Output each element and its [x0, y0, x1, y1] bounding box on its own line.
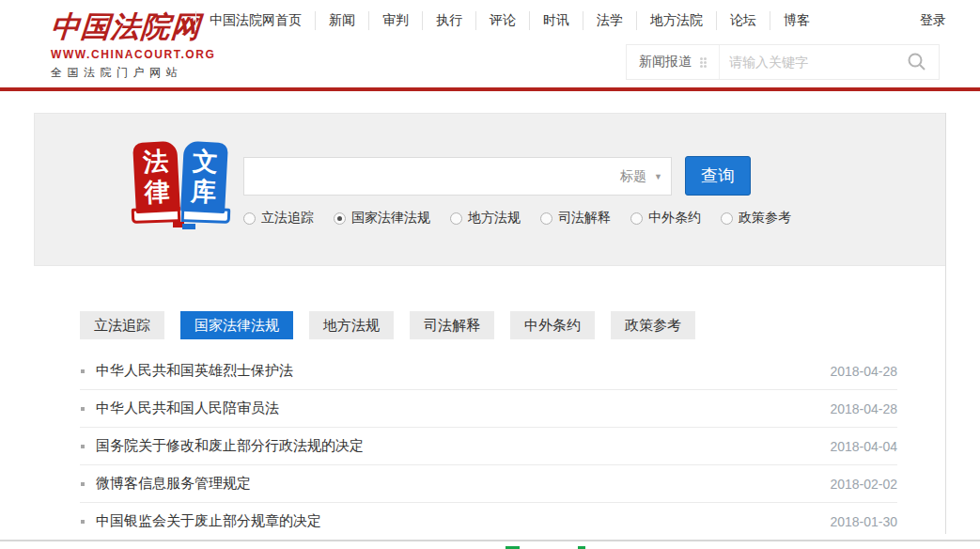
radio-circle [540, 212, 552, 225]
search-category-selector[interactable]: 新闻报道 [627, 45, 720, 79]
tab-national-laws[interactable]: 国家法律法规 [180, 311, 293, 339]
nav-item-commentary[interactable]: 评论 [475, 11, 529, 30]
header-search-button[interactable] [895, 45, 939, 79]
field-type-selector[interactable]: 标题 ▼ [620, 157, 662, 196]
site-logo[interactable]: 中国法院网 WWW.CHINACOURT.ORG 全国法院门户网站 [51, 6, 210, 81]
nav-item-current[interactable]: 时讯 [529, 11, 583, 30]
bullet-icon [81, 445, 85, 448]
law-title-link[interactable]: 国务院关于修改和废止部分行政法规的决定 [96, 437, 830, 455]
law-date: 2018-04-28 [830, 401, 897, 416]
nav-item-blog[interactable]: 博客 [770, 11, 823, 30]
radio-circle [243, 212, 256, 225]
nav-item-law-study[interactable]: 法学 [583, 11, 636, 30]
login-link[interactable]: 登录 [920, 12, 946, 29]
law-title-link[interactable]: 中华人民共和国人民陪审员法 [96, 400, 830, 417]
library-query-field: 标题 ▼ [243, 157, 672, 196]
table-row: 中国银监会关于废止部分规章的决定 2018-01-30 [80, 503, 897, 541]
site-logo-url: WWW.CHINACOURT.ORG [51, 48, 210, 61]
query-button[interactable]: 查询 [685, 156, 751, 196]
nav-item-enforcement[interactable]: 执行 [422, 11, 475, 30]
tab-treaties[interactable]: 中外条约 [510, 311, 595, 339]
law-date: 2018-04-28 [830, 364, 897, 379]
law-title-link[interactable]: 微博客信息服务管理规定 [96, 475, 830, 493]
radio-circle [721, 212, 733, 225]
nav-item-local-courts[interactable]: 地方法院 [636, 11, 716, 30]
radio-circle-selected [334, 212, 346, 225]
radio-judicial-interpretation[interactable]: 司法解释 [540, 210, 611, 227]
radio-legislation-tracking[interactable]: 立法追踪 [243, 210, 314, 227]
bullet-icon [81, 482, 85, 486]
law-library-search-panel: 法律 文库 标题 ▼ 查询 立法追踪 国家法律法规 [34, 113, 946, 266]
nav-item-home[interactable]: 中国法院网首页 [195, 11, 315, 30]
law-title-link[interactable]: 中国银监会关于废止部分规章的决定 [96, 512, 830, 530]
tab-legislation-tracking[interactable]: 立法追踪 [80, 311, 164, 339]
result-tabs: 立法追踪 国家法律法规 地方法规 司法解释 中外条约 政策参考 [80, 311, 695, 339]
site-logo-tagline: 全国法院门户网站 [51, 65, 210, 81]
law-result-list: 中华人民共和国英雄烈士保护法 2018-04-28 中华人民共和国人民陪审员法 … [80, 353, 897, 541]
header-search-bar: 新闻报道 [626, 44, 940, 80]
magnifier-icon [907, 52, 927, 72]
header-divider-red [0, 87, 980, 91]
main-nav: 中国法院网首页 新闻 审判 执行 评论 时讯 法学 地方法院 论坛 博客 [195, 11, 823, 30]
radio-national-laws[interactable]: 国家法律法规 [334, 210, 430, 227]
bullet-icon [81, 369, 85, 373]
bullet-icon [81, 520, 85, 524]
chevron-down-icon: ▼ [654, 172, 662, 181]
table-row: 国务院关于修改和废止部分行政法规的决定 2018-04-04 [80, 428, 897, 465]
law-date: 2018-01-30 [830, 514, 897, 529]
tab-judicial-interpretation[interactable]: 司法解释 [410, 311, 494, 339]
table-row: 中华人民共和国人民陪审员法 2018-04-28 [80, 390, 897, 428]
library-query-input[interactable] [243, 157, 672, 196]
book-page-law: 法律 [132, 141, 180, 213]
nav-item-forum[interactable]: 论坛 [716, 11, 770, 30]
radio-local-regulations[interactable]: 地方法规 [450, 210, 521, 227]
page: 中国法院网 WWW.CHINACOURT.ORG 全国法院门户网站 中国法院网首… [0, 0, 980, 549]
law-date: 2018-02-02 [830, 477, 897, 492]
book-page-library: 文库 [180, 141, 228, 213]
book-page-law-text: 法律 [142, 147, 170, 208]
grid-dots-icon [700, 57, 707, 68]
header-search-input[interactable] [720, 45, 895, 79]
law-library-logo: 法律 文库 [132, 142, 231, 238]
bullet-icon [81, 407, 85, 411]
radio-policy-reference[interactable]: 政策参考 [721, 210, 791, 227]
table-row: 微博客信息服务管理规定 2018-02-02 [80, 465, 897, 503]
book-notch-right [182, 224, 195, 229]
site-logo-calligraphy: 中国法院网 [49, 6, 211, 47]
book-page-library-text: 文库 [190, 147, 218, 208]
nav-item-trial[interactable]: 审判 [368, 11, 422, 30]
radio-circle [450, 212, 462, 225]
field-type-label: 标题 [620, 168, 646, 185]
tab-local-regulations[interactable]: 地方法规 [309, 311, 394, 339]
search-category-label: 新闻报道 [639, 54, 692, 71]
tab-policy-reference[interactable]: 政策参考 [611, 311, 695, 339]
content-right-border [945, 113, 946, 534]
table-row: 中华人民共和国英雄烈士保护法 2018-04-28 [80, 353, 897, 390]
radio-circle [630, 212, 643, 225]
footer-divider [0, 540, 980, 541]
radio-treaties[interactable]: 中外条约 [630, 210, 701, 227]
category-radio-group: 立法追踪 国家法律法规 地方法规 司法解释 中外条约 政策参考 [243, 210, 791, 227]
law-title-link[interactable]: 中华人民共和国英雄烈士保护法 [96, 362, 830, 380]
law-date: 2018-04-04 [830, 439, 897, 454]
nav-item-news[interactable]: 新闻 [315, 11, 368, 30]
